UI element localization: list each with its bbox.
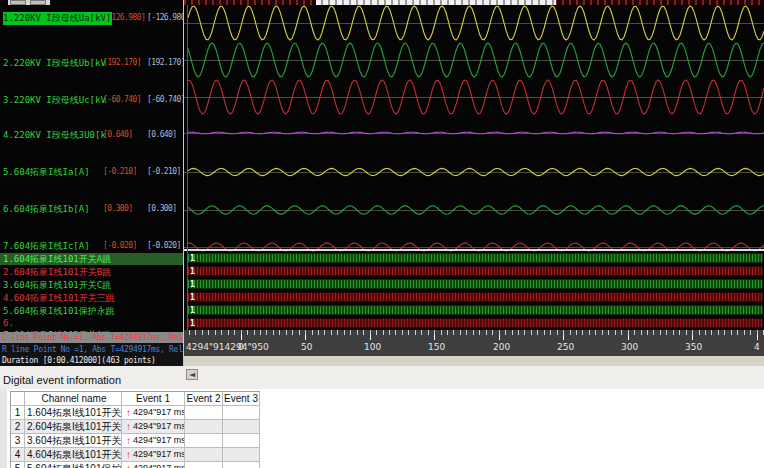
analog-channel-row-3[interactable]: 3.220KV I段母线Uc[kV] [-60.740] [-60.740] [0, 94, 183, 106]
ruler-ticks [184, 330, 764, 340]
r-line-status: R line Point No =1, Abs T=4294917ms, Rel… [0, 344, 183, 355]
channel-value-2: [0.640] [147, 130, 177, 139]
event-table: Channel name Event 1 Event 2 Event 3 1 1… [10, 391, 260, 468]
channel-value-1: [-0.210] [103, 167, 137, 176]
mini-toolbar [8, 0, 50, 5]
toolbar-button-2[interactable] [30, 0, 46, 5]
duration-status: Duration [0:00.412000](463 points) [0, 355, 183, 366]
digital-state: 1 [190, 280, 195, 289]
channel-label: 2.220KV I段母线Ub[kV] [3, 57, 105, 70]
header-channel-name: Channel name [25, 392, 122, 405]
analog-channel-row-1[interactable]: 1.220KV I段母线Ua[kV] [-126.980] [-126.980] [0, 12, 183, 24]
channel-label: 3.220KV I段母线Uc[kV] [3, 94, 105, 107]
scroll-left-button[interactable]: ◄ [186, 369, 198, 380]
table-row[interactable]: 5 5.604拓泉I线101保护永跳 ↑4294"917 ms [11, 462, 260, 468]
channel-value-2: [192.170] [147, 58, 183, 67]
event-channel-name: 3.604拓泉I线101开关C跳 [25, 434, 122, 447]
event-up-arrow-icon: ↑ [126, 420, 131, 433]
table-left-margin [0, 389, 7, 468]
table-row[interactable]: 1 1.604拓泉I线101开关A跳 ↑4294"917 ms [11, 406, 260, 420]
analog-channel-row-4[interactable]: 4.220KV I段母线3U0[kV] [0.640] [0.640] [0, 129, 183, 141]
event-2-cell [185, 406, 223, 419]
tick-label: 250 [557, 342, 574, 352]
cursor-line[interactable] [187, 5, 188, 330]
event-3-cell [223, 420, 260, 433]
event-1-cell: ↑4294"917 ms [122, 434, 185, 447]
channel-value-2: [-126.980] [147, 13, 183, 22]
analog-channel-row-6[interactable]: 6.604拓泉I线Ib[A] [0.300] [0.300] [0, 203, 183, 215]
channel-value-2: [-60.740] [147, 95, 183, 104]
channel-value-2: [0.300] [147, 204, 177, 213]
channel-label: 1.220KV I段母线Ua[kV] [3, 12, 112, 25]
channel-value-2: [-0.210] [147, 167, 181, 176]
channel-label: 7.604拓泉I线Ic[A] [3, 240, 90, 253]
table-row[interactable]: 4 4.604拓泉I线101开关三跳 ↑4294"917 ms [11, 448, 260, 462]
time-ruler[interactable]: 4294"914294"950 0 50 100 150 200 250 300… [184, 330, 764, 356]
event-channel-name: 2.604拓泉I线101开关B跳 [25, 420, 122, 433]
oscillograph-panel: 1.220KV I段母线Ua[kV] [-126.980] [-126.980]… [0, 0, 764, 366]
left-arrow-icon: ◄ [189, 370, 195, 379]
channel-value-1: [192.170] [103, 58, 141, 67]
digital-channel-bar-1: 1 [187, 253, 763, 263]
analog-channel-row-5[interactable]: 5.604拓泉I线Ia[A] [-0.210] [-0.210] [0, 166, 183, 178]
tick-label: 300 [621, 342, 638, 352]
digital-state: 1 [190, 293, 195, 302]
event-3-cell [223, 448, 260, 461]
digital-channel-row-2[interactable]: 2.604拓泉I线101开关B跳 [0, 266, 183, 278]
tick-label: 0 [238, 342, 244, 352]
channel-value-1: [-60.740] [103, 95, 141, 104]
event-2-cell [185, 462, 223, 468]
event-table-header: Channel name Event 1 Event 2 Event 3 [11, 392, 260, 406]
header-event-2: Event 2 [185, 392, 223, 405]
digital-channel-bar-4: 1 [187, 292, 763, 302]
table-row[interactable]: 3 3.604拓泉I线101开关C跳 ↑4294"917 ms [11, 434, 260, 448]
event-channel-name: 5.604拓泉I线101保护永跳 [25, 462, 122, 468]
event-up-arrow-icon: ↑ [126, 448, 131, 461]
digital-channel-row-5[interactable]: 5.604拓泉I线101保护永跳 [0, 305, 183, 317]
row-number: 3 [11, 434, 25, 447]
event-2-cell [185, 420, 223, 433]
digital-channel-row-1[interactable]: 1.604拓泉I线101开关A跳 [0, 253, 183, 265]
tick-label: 100 [364, 342, 381, 352]
channel-value-1: [0.640] [103, 130, 133, 139]
tick-label: 4 [754, 342, 760, 352]
digital-channel-row-4[interactable]: 4.604拓泉I线101开关三跳 [0, 292, 183, 304]
digital-channel-row-3[interactable]: 3.604拓泉I线101开关C跳 [0, 279, 183, 291]
table-row[interactable]: 2 2.604拓泉I线101开关B跳 ↑4294"917 ms [11, 420, 260, 434]
event-channel-name: 1.604拓泉I线101开关A跳 [25, 406, 122, 419]
digital-state: 1 [190, 254, 195, 263]
digital-state: 1 [190, 306, 195, 315]
row-number: 5 [11, 462, 25, 468]
channel-label: 6.604拓泉I线Ib[A] [3, 203, 90, 216]
channel-value-2: [-0.020] [147, 241, 181, 250]
event-time: 4294"917 ms [133, 434, 185, 447]
digital-channel-bar-2: 1 [187, 266, 763, 276]
event-time: 4294"917 ms [133, 462, 185, 468]
analog-channel-row-2[interactable]: 2.220KV I段母线Ub[kV] [192.170] [192.170] [0, 57, 183, 69]
header-row-number [11, 392, 25, 405]
digital-state: 1 [190, 267, 195, 276]
analog-channel-row-7[interactable]: 7.604拓泉I线Ic[A] [-0.020] [-0.020] [0, 240, 183, 252]
event-up-arrow-icon: ↑ [126, 434, 131, 447]
event-3-cell [223, 434, 260, 447]
event-up-arrow-icon: ↑ [126, 462, 131, 468]
fault-record-viewer: 1.220KV I段母线Ua[kV] [-126.980] [-126.980]… [0, 0, 764, 468]
channel-label: 4.220KV I段母线3U0[kV] [3, 129, 105, 142]
tick-label: 350 [685, 342, 702, 352]
header-event-3: Event 3 [223, 392, 260, 405]
channel-value-1: [0.300] [103, 204, 133, 213]
row-number: 2 [11, 420, 25, 433]
tick-label: 50 [301, 342, 312, 352]
event-up-arrow-icon: ↑ [126, 406, 131, 419]
digital-channel-bar-6: 1 [187, 318, 763, 328]
event-2-cell [185, 448, 223, 461]
row-number: 1 [11, 406, 25, 419]
channel-value-1: [-0.020] [103, 241, 137, 250]
digital-channel-bar-3: 1 [187, 279, 763, 289]
event-2-cell [185, 434, 223, 447]
toolbar-button-1[interactable] [10, 0, 26, 5]
event-1-cell: ↑4294"917 ms [122, 462, 185, 468]
event-time: 4294"917 ms [133, 406, 185, 419]
digital-channel-bar-5: 1 [187, 305, 763, 315]
row-number: 4 [11, 448, 25, 461]
